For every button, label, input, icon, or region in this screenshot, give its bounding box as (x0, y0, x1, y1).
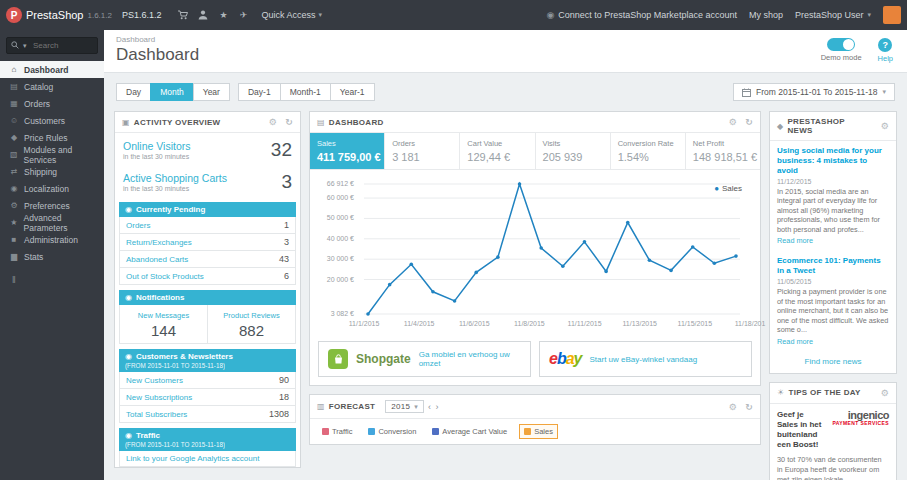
trophy-icon[interactable]: ★ (213, 0, 233, 30)
ingenico-logo-subtext: PAYMENT SERVICES (832, 421, 889, 426)
kpi-orders-tab[interactable]: Orders 3 181 (384, 133, 459, 169)
active-carts-link[interactable]: Active Shopping Carts (123, 172, 227, 184)
kpi-sales-tab[interactable]: Sales 411 759,00 € (310, 133, 384, 169)
forecast-next-icon[interactable]: › (435, 402, 438, 412)
sidebar-item-customers[interactable]: ☺Customers (0, 112, 104, 129)
sidebar-item-advanced-parameters[interactable]: ★Advanced Parameters (0, 214, 104, 231)
panel-settings-icon[interactable]: ⚙ (729, 402, 737, 412)
panel-settings-icon[interactable]: ⚙ (881, 121, 889, 131)
panel-settings-icon[interactable]: ⚙ (729, 117, 737, 127)
sales-line-chart[interactable] (364, 180, 740, 318)
kpi-conversion-rate-tab[interactable]: Conversion Rate 1.54% (610, 133, 685, 169)
help-label[interactable]: Help (878, 54, 893, 63)
notifications-grid: New Messages 144 Product Reviews 882 (119, 305, 296, 344)
y-tick-label: 40 000 € (327, 235, 354, 242)
read-more-link[interactable]: Read more (777, 236, 813, 245)
profile-icon[interactable] (193, 0, 213, 30)
customers-icon: ☺ (9, 116, 19, 125)
forecast-legend-conversion[interactable]: Conversion (364, 425, 420, 438)
forecast-year-select[interactable]: 2015 ▾ (385, 400, 424, 413)
customers-newsletters-header[interactable]: ◉Customers & Newsletters (FROM 2015-11-0… (119, 349, 296, 372)
find-more-news-link[interactable]: Find more news (770, 352, 896, 373)
my-shop-label: My shop (749, 10, 783, 20)
ebay-promo[interactable]: ebay Start uw eBay-winkel vandaag (539, 341, 752, 377)
panel-settings-icon[interactable]: ⚙ (881, 388, 889, 398)
online-visitors-link[interactable]: Online Visitors (123, 140, 191, 152)
kpi-net-profit-tab[interactable]: Net Profit 148 918,51 € (685, 133, 760, 169)
read-more-link[interactable]: Read more (777, 337, 813, 346)
sidebar-item-label: Stats (24, 252, 43, 262)
page-title: Dashboard (116, 45, 895, 65)
filter-month-1-button[interactable]: Month-1 (280, 83, 331, 101)
user-menu[interactable]: PrestaShop User ▾ (795, 10, 871, 20)
shopgate-promo-link[interactable]: Ga mobiel en verhoog uw omzet (419, 350, 521, 368)
shopgate-promo[interactable]: Shopgate Ga mobiel en verhoog uw omzet (318, 341, 531, 377)
filter-year-button[interactable]: Year (193, 83, 230, 101)
search-scope-caret-icon[interactable]: ▾ (23, 42, 27, 50)
sidebar-item-stats[interactable]: ▆Stats (0, 248, 104, 265)
panel-refresh-icon[interactable]: ↻ (745, 117, 753, 127)
new-messages-cell[interactable]: New Messages 144 (120, 305, 207, 343)
filter-day-1-button[interactable]: Day-1 (238, 83, 281, 101)
panel-settings-icon[interactable]: ⚙ (269, 117, 277, 127)
panel-refresh-icon[interactable]: ↻ (285, 117, 293, 127)
kpi-tabs: Sales 411 759,00 € Orders 3 181 Cart Val… (310, 133, 760, 170)
product-reviews-cell[interactable]: Product Reviews 882 (207, 305, 295, 343)
shop-name[interactable]: PS1.6.1.2 (122, 10, 162, 20)
news-article-title[interactable]: Using social media for your business: 4 … (777, 146, 889, 176)
sidebar-item-dashboard[interactable]: ⌂Dashboard (0, 61, 104, 78)
filter-year-1-button[interactable]: Year-1 (330, 83, 375, 101)
storefront-icon[interactable] (173, 0, 193, 30)
panel-refresh-icon[interactable]: ↻ (745, 402, 753, 412)
sidebar-item-catalog[interactable]: ▤Catalog (0, 78, 104, 95)
row-link[interactable]: New Customers (126, 376, 183, 385)
sidebar-item-localization[interactable]: ◉Localization (0, 180, 104, 197)
sidebar-item-price-rules[interactable]: ◆Price Rules (0, 129, 104, 146)
sidebar-item-modules[interactable]: ▧Modules and Services (0, 146, 104, 163)
marketplace-link[interactable]: ◉ Connect to PrestaShop Marketplace acco… (546, 10, 736, 20)
avatar[interactable] (883, 6, 901, 24)
notifications-header[interactable]: ◉Notifications (119, 290, 296, 305)
prestashop-logo[interactable]: P PrestaShop 1.6.1.2 (6, 7, 112, 23)
kpi-visits-tab[interactable]: Visits 205 939 (535, 133, 610, 169)
row-link[interactable]: Total Subscribers (126, 410, 187, 419)
sidebar-item-preferences[interactable]: ⚙Preferences (0, 197, 104, 214)
date-range-picker[interactable]: From 2015-11-01 To 2015-11-18 ▾ (733, 83, 895, 101)
cell-link[interactable]: Product Reviews (223, 311, 279, 320)
my-shop-link[interactable]: My shop (749, 10, 783, 20)
row-link[interactable]: New Subscriptions (126, 393, 192, 402)
help-icon[interactable]: ? (878, 38, 892, 52)
row-link[interactable]: Return/Exchanges (126, 238, 192, 247)
breadcrumb[interactable]: Dashboard (116, 35, 895, 44)
forecast-legend-sales[interactable]: Sales (519, 424, 558, 439)
traffic-header[interactable]: ◉Traffic (FROM 2015-11-01 TO 2015-11-18) (119, 428, 296, 451)
brand-name: PrestaShop (26, 9, 83, 21)
sidebar-collapse-button[interactable]: ‖ (0, 275, 104, 285)
ebay-promo-link[interactable]: Start uw eBay-winkel vandaag (590, 355, 698, 364)
forecast-prev-icon[interactable]: ‹ (428, 402, 431, 412)
quick-access-menu[interactable]: Quick Access ▾ (261, 10, 322, 20)
forecast-legend-traffic[interactable]: Traffic (318, 425, 356, 438)
sidebar-item-shipping[interactable]: ⇄Shipping (0, 163, 104, 180)
kpi-cart-value-tab[interactable]: Cart Value 129,44 € (459, 133, 534, 169)
section-title: Currently Pending (136, 205, 205, 214)
cell-link[interactable]: New Messages (138, 311, 189, 320)
sidebar-item-administration[interactable]: ■Administration (0, 231, 104, 248)
google-analytics-link[interactable]: Link to your Google Analytics account (126, 454, 259, 463)
demo-mode-toggle[interactable] (827, 38, 855, 51)
filter-month-button[interactable]: Month (150, 83, 194, 101)
news-article-title[interactable]: Ecommerce 101: Payments in a Tweet (777, 256, 889, 276)
row-link[interactable]: Orders (126, 221, 150, 230)
search-input[interactable] (6, 37, 98, 54)
row-value: 43 (279, 254, 289, 264)
dashboard-panel-title: DASHBOARD (329, 118, 384, 127)
rocket-icon[interactable]: ✈ (233, 0, 253, 30)
currently-pending-header[interactable]: ◉Currently Pending (119, 202, 296, 217)
filter-day-button[interactable]: Day (116, 83, 151, 101)
row-link[interactable]: Abandoned Carts (126, 255, 188, 264)
forecast-legend-average-cart-value[interactable]: Average Cart Value (428, 425, 511, 438)
chart-x-axis: 11/1/201511/4/201511/6/201511/8/201511/1… (364, 318, 750, 333)
row-link[interactable]: Out of Stock Products (126, 272, 204, 281)
sidebar-item-orders[interactable]: ▦Orders (0, 95, 104, 112)
sidebar-item-label: Modules and Services (24, 145, 104, 165)
